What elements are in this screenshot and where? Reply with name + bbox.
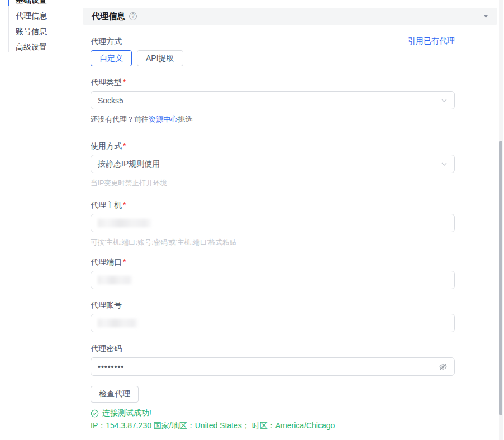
sidebar-item-advanced-settings[interactable]: 高级设置 — [16, 39, 47, 55]
proxy-type-group: 代理类型* Socks5 还没有代理？前往资源中心挑选 — [91, 76, 455, 125]
proxy-type-label-text: 代理类型 — [91, 78, 122, 87]
proxy-type-label: 代理类型* — [91, 76, 455, 88]
nav-rail — [8, 0, 9, 52]
sidebar-item-basic-settings[interactable]: 基础设置 — [16, 0, 47, 8]
custom-option-button[interactable]: 自定义 — [91, 50, 132, 66]
required-asterisk: * — [123, 257, 126, 266]
proxy-method-row: 代理方式 引用已有代理 — [91, 36, 455, 47]
check-circle-icon — [91, 409, 99, 418]
proxy-settings-page: 基础设置 代理信息 账号信息 高级设置 代理信息 ? ▼ 代理方式 引用已有代理… — [0, 0, 504, 440]
proxy-account-label: 代理账号 — [91, 299, 455, 310]
masked-value — [98, 319, 138, 327]
usage-mode-label: 使用方式* — [91, 140, 455, 151]
proxy-method-options: 自定义 API提取 — [91, 50, 455, 66]
usage-mode-value: 按静态IP规则使用 — [98, 159, 441, 169]
proxy-password-input[interactable]: •••••••• — [91, 357, 455, 376]
reference-existing-proxy-link[interactable]: 引用已有代理 — [408, 36, 455, 46]
nav-active-indicator — [8, 0, 9, 6]
api-extract-option-button[interactable]: API提取 — [137, 50, 183, 66]
usage-mode-hint: 当IP变更时禁止打开环境 — [91, 178, 455, 188]
proxy-port-label: 代理端口* — [91, 256, 455, 267]
proxy-host-group: 代理主机* 可按'主机:端口:账号:密码'或'主机:端口'格式粘贴 — [91, 199, 455, 247]
paste-format-hint: 可按'主机:端口:账号:密码'或'主机:端口'格式粘贴 — [91, 237, 455, 247]
sidebar-item-account-info[interactable]: 账号信息 — [16, 23, 47, 39]
anchor-nav: 基础设置 代理信息 账号信息 高级设置 — [0, 0, 83, 78]
proxy-info-panel: 代理信息 ? ▼ 代理方式 引用已有代理 自定义 API提取 代理类型* Soc… — [83, 0, 497, 431]
proxy-type-value: Socks5 — [98, 96, 441, 105]
proxy-account-label-text: 代理账号 — [91, 300, 122, 309]
usage-mode-select[interactable]: 按静态IP规则使用 — [91, 155, 455, 173]
eye-invisible-icon[interactable] — [439, 362, 448, 371]
proxy-port-group: 代理端口* — [91, 256, 455, 289]
collapse-arrow-icon[interactable]: ▼ — [483, 13, 489, 19]
nav-items: 基础设置 代理信息 账号信息 高级设置 — [16, 0, 47, 55]
proxy-password-group: 代理密码 •••••••• — [91, 343, 455, 376]
masked-value — [98, 219, 151, 227]
masked-value — [98, 276, 132, 284]
password-masked-value: •••••••• — [98, 362, 439, 371]
panel-title: 代理信息 — [92, 11, 125, 22]
no-proxy-hint-prefix: 还没有代理？前往 — [91, 115, 149, 123]
proxy-host-label: 代理主机* — [91, 199, 455, 211]
proxy-account-input[interactable] — [91, 314, 455, 332]
resource-center-link[interactable]: 资源中心 — [149, 115, 178, 123]
no-proxy-hint: 还没有代理？前往资源中心挑选 — [91, 114, 455, 125]
field-area: 代理方式 引用已有代理 自定义 API提取 代理类型* Socks5 还没有代理… — [91, 36, 455, 431]
proxy-method-label: 代理方式 — [91, 36, 122, 47]
chevron-down-icon — [441, 161, 448, 168]
required-asterisk: * — [123, 200, 126, 209]
usage-mode-label-text: 使用方式 — [91, 141, 122, 150]
help-circle-icon[interactable]: ? — [129, 12, 137, 20]
usage-mode-group: 使用方式* 按静态IP规则使用 当IP变更时禁止打开环境 — [91, 140, 455, 188]
chevron-down-icon — [441, 97, 448, 104]
scrollbar-thumb[interactable] — [499, 141, 502, 415]
check-proxy-button[interactable]: 检查代理 — [91, 386, 139, 403]
proxy-port-input[interactable] — [91, 271, 455, 289]
proxy-host-label-text: 代理主机 — [91, 200, 122, 209]
proxy-port-label-text: 代理端口 — [91, 257, 122, 266]
test-result-message: 连接测试成功! — [102, 408, 151, 418]
proxy-password-label: 代理密码 — [91, 343, 455, 354]
panel-header: 代理信息 ? ▼ — [83, 8, 497, 25]
sidebar-item-proxy-info[interactable]: 代理信息 — [16, 8, 47, 23]
required-asterisk: * — [123, 78, 126, 87]
proxy-account-group: 代理账号 — [91, 299, 455, 332]
test-result-detail: IP：154.3.87.230 国家/地区：United States； 时区：… — [91, 420, 455, 431]
proxy-password-label-text: 代理密码 — [91, 344, 122, 353]
test-result-line: 连接测试成功! — [91, 408, 455, 418]
proxy-host-input[interactable] — [91, 214, 455, 232]
required-asterisk: * — [123, 141, 126, 150]
no-proxy-hint-suffix: 挑选 — [178, 115, 192, 123]
proxy-type-select[interactable]: Socks5 — [91, 91, 455, 109]
